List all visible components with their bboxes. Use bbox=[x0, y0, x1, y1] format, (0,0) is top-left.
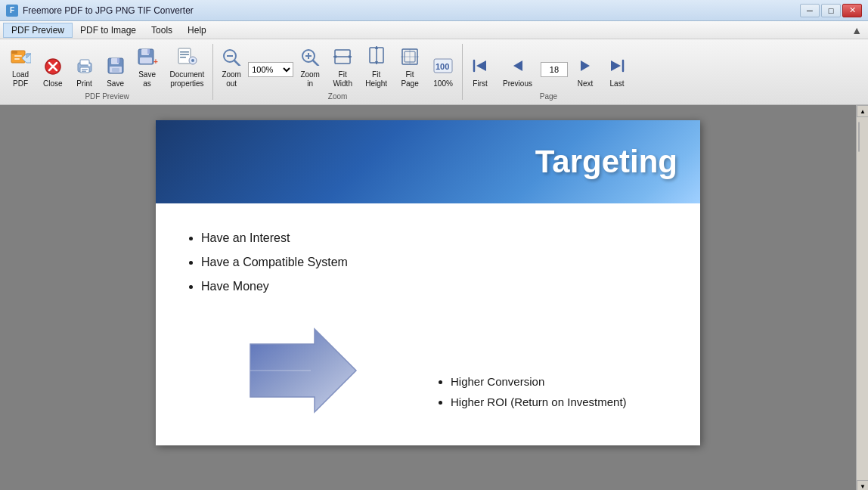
fit-width-label: FitWidth bbox=[333, 70, 352, 88]
divider-2 bbox=[462, 44, 463, 100]
minimize-button[interactable]: ─ bbox=[800, 4, 820, 17]
svg-rect-17 bbox=[117, 58, 119, 63]
toolbar-group-zoom: Zoomout 100% 75% 50% 125% 150% bbox=[216, 42, 459, 101]
fit-width-icon bbox=[332, 48, 353, 69]
save-label: Save bbox=[107, 79, 124, 88]
print-button[interactable]: Print bbox=[70, 54, 100, 91]
previous-page-label: Previous bbox=[503, 79, 532, 88]
last-page-label: Last bbox=[610, 79, 625, 88]
menu-pdf-preview[interactable]: PDF Preview bbox=[3, 23, 73, 38]
svg-rect-28 bbox=[180, 57, 186, 58]
slide-right-bullets: Higher Conversion Higher ROI (Return on … bbox=[436, 371, 670, 412]
load-pdf-label: LoadPDF bbox=[12, 70, 29, 88]
load-pdf-button[interactable]: LoadPDF bbox=[5, 45, 36, 91]
menu-pdf-to-image[interactable]: PDF to Image bbox=[73, 23, 144, 37]
first-page-label: First bbox=[473, 79, 487, 88]
close-pdf-button[interactable]: Close bbox=[38, 56, 68, 91]
print-icon bbox=[75, 57, 95, 78]
save-as-icon: + bbox=[137, 48, 158, 69]
slide-body: Have an Interest Have a Compatible Syste… bbox=[156, 203, 700, 442]
page-number-input[interactable] bbox=[541, 62, 568, 77]
collapse-icon[interactable]: ▲ bbox=[851, 24, 865, 36]
fit-page-button[interactable]: FitPage bbox=[394, 45, 426, 91]
scroll-up-arrow[interactable]: ▲ bbox=[857, 105, 868, 117]
load-pdf-icon bbox=[10, 48, 31, 69]
svg-marker-55 bbox=[581, 60, 590, 71]
first-page-icon bbox=[471, 57, 489, 78]
next-page-button[interactable]: Next bbox=[571, 54, 600, 91]
svg-rect-27 bbox=[180, 54, 189, 56]
vertical-scrollbar[interactable]: ▲ ▼ bbox=[856, 105, 868, 490]
svg-marker-53 bbox=[476, 60, 486, 71]
bullet-1: Have an Interest bbox=[201, 226, 420, 250]
pdf-slide: Targeting Have an Interest Have a Compat… bbox=[156, 120, 700, 445]
fit-page-icon bbox=[399, 48, 420, 69]
scroll-down-arrow[interactable]: ▼ bbox=[857, 480, 868, 490]
scroll-thumb[interactable] bbox=[858, 122, 860, 152]
zoom-100-icon: 100 bbox=[432, 57, 454, 78]
save-as-label: Saveas bbox=[138, 70, 156, 88]
document-properties-label: Documentproperties bbox=[170, 70, 205, 88]
divider-1 bbox=[212, 44, 213, 100]
bullet-2: Have a Compatible System bbox=[201, 250, 420, 274]
close-pdf-label: Close bbox=[43, 79, 63, 88]
slide-left: Have an Interest Have a Compatible Syste… bbox=[186, 226, 420, 420]
first-page-button[interactable]: First bbox=[466, 54, 494, 91]
last-page-button[interactable]: Last bbox=[603, 54, 631, 91]
previous-page-icon bbox=[509, 57, 527, 78]
close-button[interactable]: ✕ bbox=[842, 4, 862, 17]
svg-point-14 bbox=[88, 64, 90, 67]
menu-tools[interactable]: Tools bbox=[144, 23, 180, 37]
content-area: Targeting Have an Interest Have a Compat… bbox=[0, 105, 868, 490]
fit-height-icon bbox=[367, 45, 386, 69]
save-as-button[interactable]: + Saveas bbox=[132, 45, 163, 91]
slide-title: Targeting bbox=[535, 144, 677, 180]
svg-rect-22 bbox=[147, 49, 150, 54]
document-properties-button[interactable]: Documentproperties bbox=[165, 45, 210, 91]
zoom-out-label: Zoomout bbox=[222, 70, 241, 88]
window-controls: ─ □ ✕ bbox=[800, 4, 862, 17]
zoom-in-label: Zoomin bbox=[300, 70, 320, 88]
previous-page-button[interactable]: Previous bbox=[498, 54, 538, 91]
fit-height-button[interactable]: FitHeight bbox=[360, 42, 392, 91]
right-bullet-2: Higher ROI (Return on Investment) bbox=[451, 392, 670, 412]
restore-button[interactable]: □ bbox=[821, 4, 841, 17]
svg-rect-23 bbox=[140, 57, 152, 64]
print-label: Print bbox=[76, 79, 92, 88]
svg-rect-12 bbox=[82, 69, 88, 70]
save-icon bbox=[107, 57, 125, 78]
svg-rect-3 bbox=[14, 58, 20, 60]
svg-text:+: + bbox=[153, 57, 158, 66]
toolbar-group-pdf-preview: LoadPDF Close bbox=[5, 42, 209, 101]
menu-help[interactable]: Help bbox=[180, 23, 214, 37]
next-page-icon bbox=[576, 57, 594, 78]
pdf-canvas[interactable]: Targeting Have an Interest Have a Compat… bbox=[0, 105, 856, 490]
toolbar: LoadPDF Close bbox=[0, 39, 868, 105]
document-properties-icon bbox=[176, 48, 197, 69]
app-icon: F bbox=[6, 5, 18, 17]
zoom-out-icon bbox=[222, 48, 241, 69]
zoom-in-icon bbox=[300, 48, 320, 69]
svg-marker-57 bbox=[611, 60, 621, 71]
page-input-container bbox=[541, 62, 568, 77]
fit-page-label: FitPage bbox=[401, 70, 418, 88]
arrow-svg bbox=[243, 321, 364, 420]
zoom-out-button[interactable]: Zoomout bbox=[216, 45, 246, 91]
save-button[interactable]: Save bbox=[101, 54, 130, 91]
svg-rect-19 bbox=[112, 68, 119, 72]
svg-rect-26 bbox=[180, 51, 189, 53]
fit-width-button[interactable]: FitWidth bbox=[327, 45, 358, 91]
zoom-100-label: 100% bbox=[433, 79, 453, 88]
title-bar: F Freemore PDF to JPG PNG TIF Converter … bbox=[0, 0, 868, 21]
zoom-group-label: Zoom bbox=[216, 91, 459, 101]
zoom-100-button[interactable]: 100 100% bbox=[427, 54, 459, 91]
svg-rect-1 bbox=[11, 51, 17, 54]
svg-rect-2 bbox=[14, 55, 22, 57]
zoom-select[interactable]: 100% 75% 50% 125% 150% bbox=[248, 62, 293, 77]
svg-line-33 bbox=[234, 60, 240, 66]
title-text: Freemore PDF to JPG PNG TIF Converter bbox=[23, 5, 194, 16]
toolbar-group-page: First Previous bbox=[466, 42, 631, 101]
zoom-in-button[interactable]: Zoomin bbox=[295, 45, 325, 91]
svg-rect-13 bbox=[82, 71, 86, 73]
zoom-select-container: 100% 75% 50% 125% 150% bbox=[248, 62, 293, 77]
